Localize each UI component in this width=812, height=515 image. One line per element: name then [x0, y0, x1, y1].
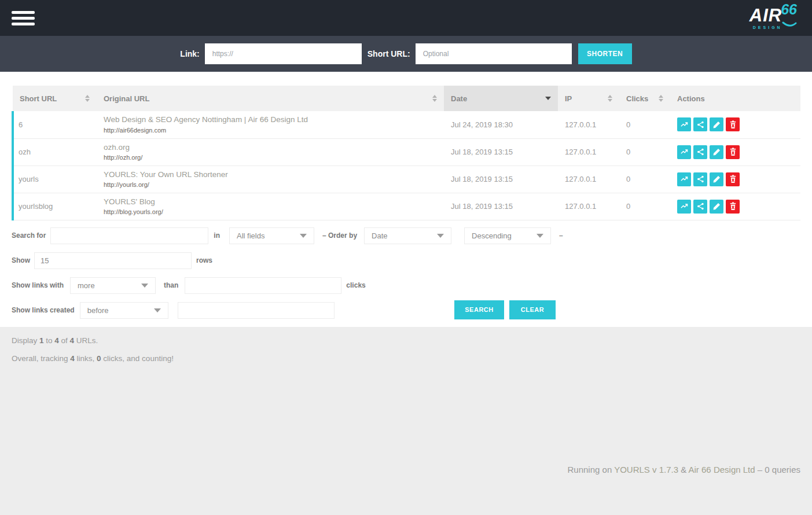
logo-swoosh-icon [782, 21, 797, 28]
short-url-keyword[interactable]: ozh [13, 138, 97, 165]
stats-icon [680, 148, 689, 156]
short-url-label: Short URL: [368, 49, 410, 58]
table-row: 6 Web Design & SEO Agency Nottingham | A… [13, 111, 800, 138]
order-by-select[interactable]: Date [364, 227, 451, 244]
clicks-label: clicks [346, 281, 365, 289]
clicks-cell: 0 [619, 111, 670, 138]
edit-button[interactable] [710, 200, 723, 214]
column-header-clicks[interactable]: Clicks [619, 86, 670, 111]
column-header-date[interactable]: Date [444, 86, 558, 111]
column-header-original-url[interactable]: Original URL [97, 86, 444, 111]
share-button[interactable] [693, 172, 707, 186]
table-header-row: Short URL Original URL Date IP Click [13, 86, 800, 111]
air66-logo: AIR 66 DESIGN [749, 6, 798, 30]
order-by-label: – Order by [322, 231, 357, 240]
sort-icon[interactable] [608, 95, 612, 102]
chevron-down-icon [300, 234, 307, 238]
sort-desc-icon[interactable] [545, 97, 551, 100]
order-direction-select[interactable]: Descending [464, 227, 551, 244]
edit-button[interactable] [710, 117, 723, 131]
ip-cell: 127.0.0.1 [558, 138, 619, 165]
column-header-actions: Actions [670, 86, 800, 111]
yourls-version-link[interactable]: YOURLS v 1.7.3 [614, 465, 678, 474]
column-header-ip[interactable]: IP [558, 86, 619, 111]
stats-icon [680, 120, 689, 129]
sort-icon[interactable] [432, 95, 437, 102]
clicks-cell: 0 [619, 138, 670, 165]
clicks-count-input[interactable] [185, 277, 341, 294]
link-label: Link: [180, 49, 199, 58]
short-url-keyword[interactable]: yourls [13, 165, 97, 193]
logo-text-air: AIR [749, 6, 782, 24]
sort-icon[interactable] [659, 95, 663, 102]
delete-icon [729, 120, 737, 129]
show-label: Show [12, 256, 30, 264]
rows-count-input[interactable] [34, 252, 192, 269]
hamburger-menu-icon[interactable] [9, 8, 37, 29]
links-table: Short URL Original URL Date IP Click [12, 86, 800, 220]
short-url-input[interactable] [416, 43, 572, 64]
ip-cell: 127.0.0.1 [558, 193, 619, 220]
delete-button[interactable] [726, 145, 740, 159]
edit-button[interactable] [710, 172, 723, 186]
filter-buttons: SEARCH CLEAR [454, 300, 556, 319]
stats-icon [680, 202, 689, 211]
delete-button[interactable] [726, 117, 740, 131]
stats-button[interactable] [677, 200, 691, 214]
stats-button[interactable] [677, 145, 691, 159]
top-bar: AIR 66 DESIGN [0, 0, 812, 36]
clicks-comparison-select[interactable]: more [70, 277, 156, 294]
short-url-keyword[interactable]: 6 [13, 111, 97, 138]
shorten-bar: Link: Short URL: SHORTEN [0, 36, 812, 72]
table-row: yourls YOURLS: Your Own URL Shortener ht… [13, 165, 800, 193]
delete-button[interactable] [726, 200, 740, 214]
overall-summary: Overall, tracking 4 links, 0 clicks, and… [12, 354, 800, 363]
rows-label: rows [196, 256, 212, 264]
date-cell: Jul 24, 2019 18:30 [444, 111, 558, 138]
sort-icon[interactable] [85, 95, 90, 102]
delete-icon [729, 202, 737, 211]
created-comparison-select[interactable]: before [80, 302, 168, 319]
created-date-input[interactable] [178, 302, 335, 319]
original-url-title-link[interactable]: YOURLS: Your Own URL Shortener [104, 170, 437, 180]
stats-button[interactable] [677, 172, 691, 186]
table-row: ozh ozh.org http://ozh.org/ Jul 18, 2019… [13, 138, 800, 165]
original-url-title-link[interactable]: YOURLS' Blog [104, 197, 437, 207]
delete-button[interactable] [726, 172, 740, 186]
date-cell: Jul 18, 2019 13:15 [444, 138, 558, 165]
clicks-cell: 0 [619, 165, 670, 193]
stats-button[interactable] [677, 117, 691, 131]
original-url-text: http://ozh.org/ [104, 154, 437, 161]
date-cell: Jul 18, 2019 13:15 [444, 193, 558, 220]
clicks-cell: 0 [619, 193, 670, 220]
original-url-title-link[interactable]: Web Design & SEO Agency Nottingham | Air… [104, 115, 437, 125]
share-button[interactable] [693, 145, 707, 159]
search-input[interactable] [50, 227, 208, 244]
links-with-clicks-row: Show links with more than clicks [12, 277, 800, 294]
stats-icon [680, 175, 689, 183]
search-field-select[interactable]: All fields [229, 227, 314, 244]
column-header-short-url[interactable]: Short URL [13, 86, 97, 111]
share-icon [696, 175, 705, 183]
share-button[interactable] [693, 117, 707, 131]
show-links-with-label: Show links with [12, 281, 64, 289]
edit-button[interactable] [710, 145, 723, 159]
delete-icon [729, 148, 737, 156]
search-button[interactable]: SEARCH [454, 300, 504, 319]
bottom-section: Display 1 to 4 of 4 URLs. Overall, track… [0, 327, 812, 515]
links-created-row: Show links created before [12, 302, 800, 319]
than-label: than [164, 281, 178, 289]
shorten-button[interactable]: SHORTEN [578, 43, 632, 64]
original-url-title-link[interactable]: ozh.org [104, 143, 437, 153]
short-url-keyword[interactable]: yourlsblog [13, 193, 97, 220]
edit-icon [712, 120, 721, 129]
ip-cell: 127.0.0.1 [558, 165, 619, 193]
share-button[interactable] [693, 200, 707, 214]
share-icon [696, 202, 705, 211]
air66-design-link[interactable]: Air 66 Design Ltd [689, 465, 755, 474]
dash-label: – [559, 231, 563, 240]
main-content: Short URL Original URL Date IP Click [0, 72, 812, 327]
clear-button[interactable]: CLEAR [509, 300, 556, 319]
link-input[interactable] [205, 43, 362, 64]
logo-text-66: 66 [781, 2, 797, 17]
